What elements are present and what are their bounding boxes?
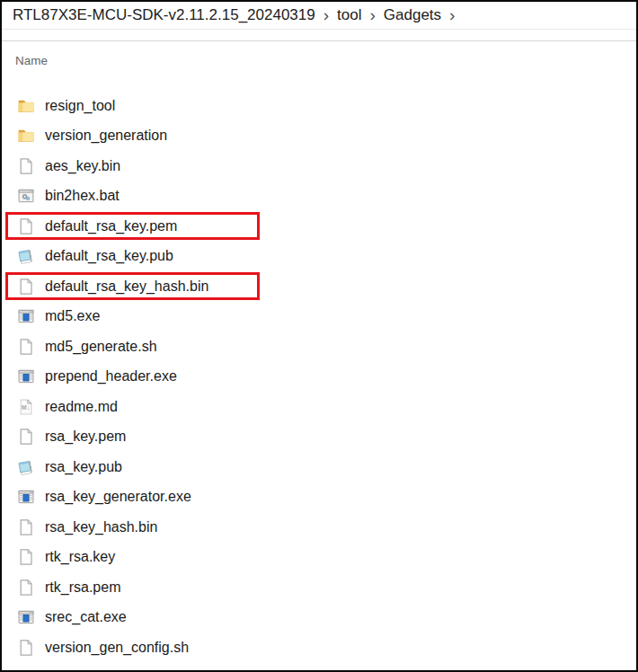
- file-row[interactable]: resign_tool: [2, 91, 636, 121]
- file-row[interactable]: prepend_header.exe: [2, 362, 636, 393]
- file-row[interactable]: rsa_key.pem: [2, 422, 636, 453]
- file-name: version_generation: [45, 128, 167, 144]
- chevron-right-icon: ›: [369, 6, 375, 23]
- file-name: rtk_rsa.pem: [45, 579, 120, 596]
- file-icon: [17, 217, 35, 235]
- file-name: srec_cat.exe: [45, 609, 127, 625]
- exe-icon: [17, 367, 35, 385]
- folder-icon: [17, 127, 35, 145]
- breadcrumb: RTL87X3E-MCU-SDK-v2.11.2.15_20240319›too…: [2, 2, 636, 30]
- file-name: rsa_key.pub: [45, 459, 122, 475]
- exe-icon: [17, 307, 35, 325]
- file-name: resign_tool: [45, 98, 115, 114]
- file-name: rsa_key_generator.exe: [45, 489, 191, 505]
- file-name: default_rsa_key_hash.bin: [45, 279, 208, 295]
- file-icon: [17, 548, 35, 566]
- file-icon: [17, 639, 35, 657]
- file-icon: [17, 278, 35, 296]
- column-header-name[interactable]: Name: [15, 54, 48, 67]
- exe-icon: [17, 488, 35, 506]
- notepad-icon: [17, 247, 35, 265]
- file-row[interactable]: rtk_rsa.key: [2, 543, 636, 573]
- file-icon: [17, 518, 35, 536]
- notepad-icon: [17, 458, 35, 476]
- toolbar-strip: [2, 30, 636, 41]
- file-row[interactable]: version_gen_config.sh: [2, 632, 636, 663]
- file-name: rsa_key.pem: [45, 429, 126, 445]
- file-list: resign_tool version_generation aes_key.b…: [2, 79, 636, 663]
- breadcrumb-item[interactable]: Gadgets: [384, 6, 441, 24]
- file-row[interactable]: readme.md: [2, 392, 636, 422]
- file-row[interactable]: aes_key.bin: [2, 151, 636, 181]
- file-name: default_rsa_key.pem: [45, 218, 177, 234]
- file-row[interactable]: rsa_key_hash.bin: [2, 512, 636, 543]
- file-name: rtk_rsa.key: [45, 549, 115, 565]
- file-name: default_rsa_key.pub: [45, 248, 173, 264]
- file-name: rsa_key_hash.bin: [45, 519, 157, 535]
- file-name: prepend_header.exe: [45, 368, 177, 385]
- markdown-icon: [17, 398, 35, 416]
- breadcrumb-item[interactable]: RTL87X3E-MCU-SDK-v2.11.2.15_20240319: [13, 6, 315, 24]
- file-icon: [17, 338, 35, 356]
- folder-icon: [17, 97, 35, 115]
- file-row[interactable]: rsa_key_generator.exe: [2, 482, 636, 513]
- file-row[interactable]: md5.exe: [2, 302, 636, 332]
- file-icon: [17, 428, 35, 446]
- file-row[interactable]: rtk_rsa.pem: [2, 572, 636, 603]
- file-row[interactable]: version_generation: [2, 121, 636, 152]
- file-name: readme.md: [45, 399, 118, 415]
- exe-icon: [17, 608, 35, 626]
- chevron-right-icon: ›: [323, 6, 329, 23]
- file-icon: [17, 157, 35, 175]
- file-row[interactable]: rsa_key.pub: [2, 452, 636, 482]
- file-row[interactable]: bin2hex.bat: [2, 181, 636, 212]
- file-name: aes_key.bin: [45, 158, 120, 174]
- file-row[interactable]: srec_cat.exe: [2, 603, 636, 633]
- file-explorer-window: RTL87X3E-MCU-SDK-v2.11.2.15_20240319›too…: [0, 0, 638, 672]
- file-name: version_gen_config.sh: [45, 640, 189, 656]
- file-row[interactable]: default_rsa_key.pem: [2, 211, 636, 242]
- file-name: bin2hex.bat: [45, 188, 120, 204]
- column-header-row: Name: [2, 41, 636, 79]
- file-row[interactable]: md5_generate.sh: [2, 332, 636, 362]
- batch-file-icon: [17, 187, 35, 205]
- file-name: md5_generate.sh: [45, 339, 157, 355]
- file-icon: [17, 579, 35, 597]
- file-row[interactable]: default_rsa_key.pub: [2, 242, 636, 272]
- breadcrumb-item[interactable]: tool: [337, 6, 361, 24]
- chevron-right-icon: ›: [449, 6, 455, 23]
- file-row[interactable]: default_rsa_key_hash.bin: [2, 271, 636, 302]
- file-name: md5.exe: [45, 308, 100, 324]
